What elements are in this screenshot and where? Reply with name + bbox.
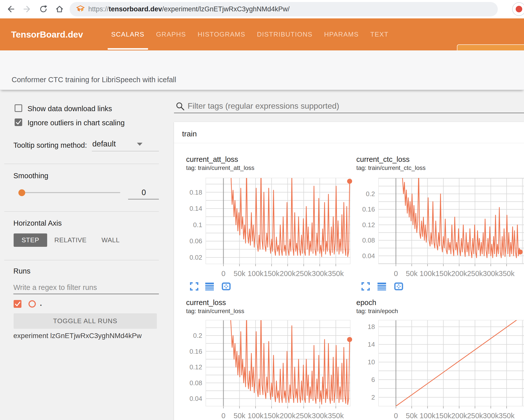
svg-text:0.14: 0.14 [189, 205, 202, 212]
tab-text[interactable]: TEXT [370, 18, 388, 50]
svg-text:250k: 250k [467, 269, 483, 278]
svg-text:300k: 300k [483, 412, 499, 420]
svg-text:0.08: 0.08 [362, 236, 375, 244]
tab-histograms[interactable]: HISTOGRAMS [198, 18, 245, 50]
svg-text:0: 0 [221, 269, 225, 278]
chart-epoch[interactable]: 26101418050k100k150k200k250k300k350k [346, 313, 524, 420]
axis-step-button[interactable]: STEP [14, 233, 47, 247]
svg-text:250k: 250k [296, 412, 312, 420]
dropdown-underline [92, 151, 159, 151]
svg-text:350k: 350k [499, 412, 515, 420]
svg-text:100k: 100k [248, 412, 264, 420]
svg-text:0.2: 0.2 [366, 190, 375, 198]
svg-text:150k: 150k [264, 269, 280, 278]
tensorboard-favicon [76, 5, 85, 14]
profile-avatar[interactable] [512, 2, 524, 16]
chart-title-current-loss: current_loss [186, 298, 226, 307]
tab-graphs[interactable]: GRAPHS [156, 18, 186, 50]
svg-text:2: 2 [371, 394, 375, 401]
svg-text:50k: 50k [234, 412, 245, 420]
svg-text:0: 0 [394, 412, 398, 420]
svg-text:0: 0 [394, 269, 398, 278]
browser-toolbar: https://tensorboard.dev/experiment/lzGnE… [0, 0, 524, 18]
chart-current-att-loss[interactable]: 0.020.060.10.140.18050k100k150k200k250k3… [173, 170, 355, 282]
ignore-outliers-label: Ignore outliers in chart scaling [27, 119, 125, 127]
svg-text:0.1: 0.1 [193, 221, 202, 229]
home-icon[interactable] [55, 5, 64, 14]
svg-text:0.2: 0.2 [193, 332, 202, 339]
chart-current-loss[interactable]: 0.040.080.120.160.2050k100k150k200k250k3… [173, 313, 355, 420]
ignore-outliers-checkbox[interactable] [15, 118, 22, 126]
svg-text:200k: 200k [451, 412, 467, 420]
svg-text:0.06: 0.06 [189, 237, 202, 245]
expand-chart-icon[interactable] [361, 282, 370, 291]
chart-current-ctc-loss[interactable]: 0.040.080.120.160.2050k100k150k200k250k3… [346, 170, 524, 282]
address-bar[interactable]: https://tensorboard.dev/experiment/lzGnE… [70, 2, 498, 16]
toggle-all-runs-button[interactable]: TOGGLE ALL RUNS [14, 313, 157, 329]
run-color-swatch [28, 300, 36, 308]
smoothing-slider-thumb[interactable] [18, 189, 25, 196]
svg-text:300k: 300k [312, 412, 328, 420]
chart-title-epoch: epoch [356, 298, 376, 307]
show-download-links-label: Show data download links [27, 105, 112, 113]
avatar-badge [516, 6, 522, 12]
svg-text:250k: 250k [296, 269, 312, 278]
axis-relative-button[interactable]: RELATIVE [54, 233, 87, 247]
expand-chart-icon[interactable] [189, 282, 199, 291]
experiment-id-label: experiment lzGnETjwRxC3yghNMd4kPw [13, 332, 142, 340]
svg-text:0.02: 0.02 [189, 254, 202, 261]
filter-tags-underline [174, 113, 524, 113]
svg-text:0.16: 0.16 [189, 348, 202, 355]
log-scale-icon[interactable] [377, 282, 387, 291]
run-checkbox[interactable] [14, 300, 21, 308]
svg-text:350k: 350k [328, 269, 344, 278]
show-download-links-checkbox[interactable] [15, 104, 22, 112]
svg-text:10: 10 [368, 358, 375, 366]
svg-text:300k: 300k [483, 269, 499, 278]
svg-text:200k: 200k [280, 269, 296, 278]
svg-text:150k: 150k [435, 412, 451, 420]
svg-text:50k: 50k [406, 269, 418, 278]
svg-text:200k: 200k [451, 269, 467, 278]
svg-text:50k: 50k [406, 412, 418, 420]
tab-scalars[interactable]: SCALARS [111, 18, 144, 50]
search-icon [176, 102, 185, 111]
runs-filter-input[interactable]: Write a regex to filter runs [13, 283, 97, 292]
smoothing-value-input[interactable]: 0 [127, 188, 160, 197]
forward-icon[interactable] [23, 5, 32, 14]
filter-tags-input[interactable]: Filter tags (regular expressions support… [188, 101, 339, 111]
svg-text:100k: 100k [248, 269, 264, 278]
nav-tabs: SCALARS GRAPHS HISTOGRAMS DISTRIBUTIONS … [111, 18, 389, 50]
url-text: https://tensorboard.dev/experiment/lzGnE… [88, 5, 289, 13]
fit-domain-icon[interactable] [394, 282, 403, 291]
svg-text:0.18: 0.18 [189, 189, 202, 196]
smoothing-slider[interactable] [22, 192, 120, 193]
svg-text:100k: 100k [420, 412, 435, 420]
tab-hparams[interactable]: HPARAMS [324, 18, 359, 50]
svg-text:18: 18 [368, 323, 375, 331]
svg-text:0.04: 0.04 [189, 395, 202, 402]
divider [4, 164, 159, 164]
divider [4, 260, 159, 260]
runs-filter-underline [13, 294, 159, 294]
back-icon[interactable] [6, 5, 15, 14]
reload-icon[interactable] [39, 5, 48, 14]
svg-text:100k: 100k [420, 269, 435, 278]
axis-wall-button[interactable]: WALL [94, 233, 127, 247]
section-title[interactable]: train [182, 130, 197, 138]
horizontal-axis-label: Horizontal Axis [13, 219, 62, 227]
runs-label: Runs [13, 267, 31, 275]
svg-text:0.08: 0.08 [189, 379, 202, 387]
tab-distributions[interactable]: DISTRIBUTIONS [257, 18, 312, 50]
svg-text:6: 6 [371, 376, 375, 383]
app-title: TensorBoard.dev [11, 18, 83, 50]
chevron-down-icon[interactable] [137, 143, 142, 146]
experiment-title: Conformer CTC training for LibriSpeech w… [12, 76, 176, 84]
log-scale-icon[interactable] [205, 282, 214, 291]
svg-text:0.04: 0.04 [362, 252, 375, 260]
svg-text:300k: 300k [312, 269, 328, 278]
tooltip-sort-dropdown[interactable]: default [92, 139, 116, 148]
fit-domain-icon[interactable] [221, 282, 231, 291]
svg-text:50k: 50k [234, 269, 245, 278]
chart-title-current-att-loss: current_att_loss [186, 155, 238, 164]
